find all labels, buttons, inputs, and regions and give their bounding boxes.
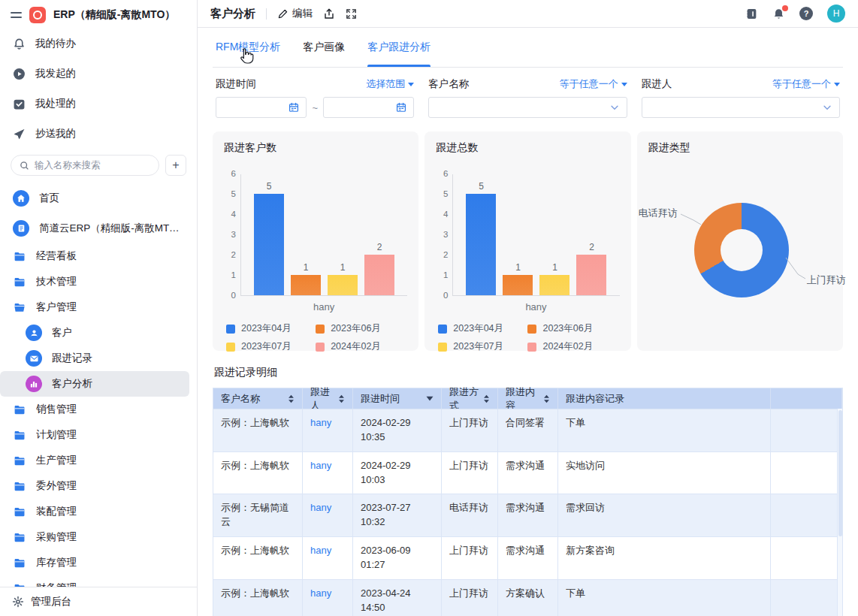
- sidebar-item[interactable]: 我发起的: [0, 59, 197, 89]
- sort-both-icon[interactable]: [338, 394, 345, 403]
- bars: 5112: [453, 174, 619, 295]
- sort-both-icon[interactable]: [288, 394, 295, 403]
- sidebar-menu-item[interactable]: 生产管理: [0, 448, 197, 473]
- task-done-icon: [13, 98, 26, 110]
- followup-person-link[interactable]: hany: [303, 451, 353, 494]
- filter-label: 跟进人: [642, 77, 672, 91]
- plot-area: 5112: [452, 174, 619, 296]
- followup-person-link[interactable]: hany: [303, 536, 353, 579]
- sidebar-item[interactable]: 我的待办: [0, 29, 197, 59]
- y-axis: 0123456: [224, 174, 240, 296]
- table-cell: 示例：上海帆软: [213, 579, 303, 616]
- pencil-icon: [277, 8, 289, 20]
- sidebar-menu-item[interactable]: 库存管理: [0, 550, 197, 575]
- sidebar-menu-item[interactable]: 装配管理: [0, 499, 197, 524]
- notification-bell-icon[interactable]: [772, 8, 785, 20]
- y-tick: 4: [443, 210, 448, 219]
- table-cell: 需求回访: [558, 494, 771, 536]
- sidebar-menu-item[interactable]: 客户管理: [0, 294, 197, 320]
- followup-person-link[interactable]: hany: [303, 579, 353, 616]
- filter-operator[interactable]: 等于任意一个: [772, 77, 840, 91]
- y-tick: 5: [231, 189, 236, 198]
- table-cell-empty: [771, 409, 842, 451]
- table-scrollbar[interactable]: [837, 409, 842, 616]
- date-end-input[interactable]: [323, 97, 414, 118]
- menu-toggle-icon[interactable]: [11, 12, 22, 18]
- bar-2023年04月: 5: [254, 194, 284, 295]
- sidebar-menu-item[interactable]: 跟进记录: [0, 346, 197, 371]
- bar-2023年06月: 1: [291, 275, 321, 295]
- legend-item: 2023年04月: [226, 322, 316, 335]
- column-header-跟进人[interactable]: 跟进人: [303, 388, 353, 409]
- sidebar-item-label: 抄送我的: [35, 127, 76, 140]
- caret-down-icon: [621, 83, 627, 86]
- sidebar-menu-item[interactable]: 采购管理: [0, 524, 197, 550]
- sidebar-menu-item[interactable]: 财务管理: [0, 575, 197, 587]
- table-cell: 需求沟通: [498, 536, 558, 579]
- sidebar-menu-item[interactable]: 经营看板: [0, 243, 197, 269]
- sidebar-nav-item[interactable]: 首页: [0, 183, 197, 213]
- calendar-icon: [289, 102, 299, 113]
- tab-客户跟进分析[interactable]: 客户跟进分析: [367, 28, 431, 67]
- column-header-跟进内容[interactable]: 跟进内容: [498, 388, 558, 409]
- sidebar-search-input[interactable]: 输入名称来搜索: [11, 155, 159, 176]
- help-icon[interactable]: ?: [799, 7, 813, 20]
- column-header-跟进内容记录[interactable]: 跟进内容记录: [558, 388, 771, 409]
- filter-operator-label: 选择范围: [366, 77, 405, 91]
- sort-desc-icon[interactable]: [426, 396, 434, 401]
- add-button[interactable]: +: [165, 155, 186, 176]
- column-header-label: 客户名称: [221, 392, 260, 406]
- sidebar-menu-item[interactable]: 技术管理: [0, 269, 197, 294]
- sidebar-menu-label: 委外管理: [36, 479, 77, 493]
- user-avatar[interactable]: H: [827, 5, 845, 23]
- bar-value-label: 5: [466, 181, 496, 192]
- legend-swatch: [226, 343, 235, 352]
- legend-swatch: [316, 325, 325, 334]
- bar-2023年07月: 1: [328, 275, 358, 295]
- contacts-icon[interactable]: [745, 8, 758, 20]
- share-button[interactable]: [323, 8, 335, 20]
- caret-down-icon: [408, 83, 414, 86]
- app-logo-icon: [29, 7, 46, 23]
- sidebar-item[interactable]: 我处理的: [0, 89, 197, 119]
- column-header-跟进方式[interactable]: 跟进方式: [442, 388, 498, 409]
- date-start-input[interactable]: [216, 97, 307, 118]
- sidebar-item[interactable]: 抄送我的: [0, 119, 197, 149]
- tab-RFM模型分析[interactable]: RFM模型分析: [216, 28, 280, 67]
- filter-head: 跟进时间选择范围: [216, 77, 414, 91]
- column-header-客户名称[interactable]: 客户名称: [213, 388, 303, 409]
- filter-select[interactable]: [428, 97, 627, 118]
- chart-cards: 跟进客户数01234565112hany2023年04月2023年06月2023…: [213, 131, 843, 351]
- sidebar: ERP（精细版-离散MTO） 我的待办我发起的我处理的抄送我的 输入名称来搜索 …: [0, 0, 198, 616]
- sidebar-menu-label: 装配管理: [36, 505, 77, 518]
- sidebar-menu-item[interactable]: 客户: [0, 320, 197, 346]
- fullscreen-button[interactable]: [346, 8, 357, 20]
- sidebar-menu-item[interactable]: 委外管理: [0, 473, 197, 499]
- sidebar-menu-item[interactable]: 计划管理: [0, 422, 197, 448]
- followup-person-link[interactable]: hany: [303, 409, 353, 451]
- edit-button[interactable]: 编辑: [277, 7, 313, 20]
- sidebar-nav-item[interactable]: 简道云ERP（精细版-离散MTO）「...: [0, 213, 197, 243]
- table-row: 示例：上海帆软hany2024-02-29 10:35上门拜访合同签署下单: [213, 409, 842, 451]
- play-circle-icon: [13, 68, 26, 80]
- sidebar-menu-item[interactable]: 客户分析: [0, 371, 189, 397]
- filter-group: 跟进时间选择范围~: [216, 77, 414, 118]
- filter-label: 跟进时间: [216, 77, 256, 91]
- sidebar-menu-item[interactable]: 销售管理: [0, 397, 197, 422]
- filter-operator[interactable]: 等于任意一个: [560, 77, 627, 91]
- filter-operator[interactable]: 选择范围: [366, 77, 414, 91]
- sort-both-icon[interactable]: [543, 394, 550, 403]
- followup-person-link[interactable]: hany: [303, 494, 353, 536]
- sidebar-nav-label: 首页: [39, 192, 59, 205]
- legend-item: 2024年02月: [527, 340, 617, 353]
- legend-label: 2023年04月: [241, 322, 292, 335]
- table-cell: 上门拜访: [442, 409, 498, 451]
- column-header-跟进时间[interactable]: 跟进时间: [353, 388, 442, 409]
- bar-chart: 01234565112: [436, 174, 619, 296]
- chart-legend: 2023年04月2023年06月2023年07月2024年02月: [436, 322, 619, 353]
- table-scrollbar-thumb[interactable]: [838, 410, 842, 536]
- sort-both-icon[interactable]: [483, 394, 490, 403]
- tab-客户画像[interactable]: 客户画像: [303, 28, 345, 67]
- admin-console-link[interactable]: 管理后台: [0, 587, 197, 616]
- filter-select[interactable]: [642, 97, 840, 118]
